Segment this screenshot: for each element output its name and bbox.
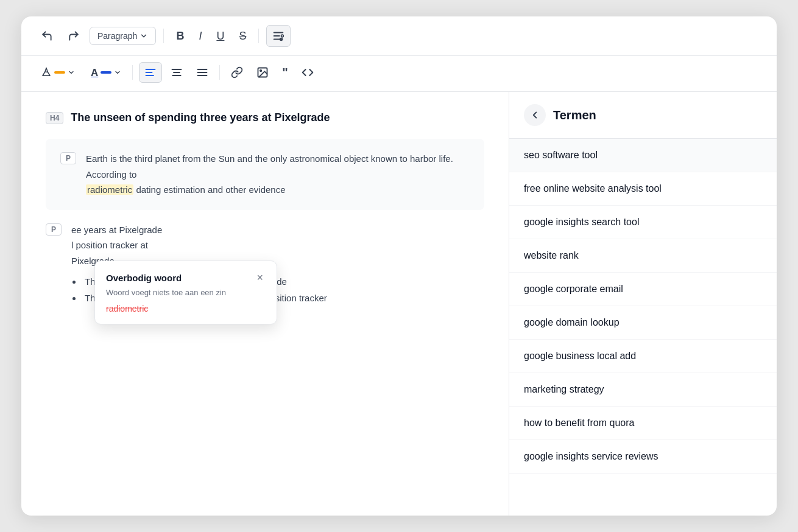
term-item[interactable]: google insights service reviews xyxy=(509,440,777,474)
svg-point-3 xyxy=(281,35,284,37)
editor-heading: The unseen of spending three years at Pi… xyxy=(71,111,330,124)
bold-button[interactable]: B xyxy=(171,27,189,45)
formatting-button[interactable] xyxy=(266,25,291,47)
align-left-button[interactable] xyxy=(139,62,162,83)
tooltip-header: Overbodig woord × xyxy=(106,271,266,284)
list-item-0-text: ee years at Pixelgrade xyxy=(71,225,162,235)
text-color-icon: A xyxy=(91,68,98,78)
strikethrough-button[interactable]: S xyxy=(234,27,251,45)
tooltip-title: Overbodig woord xyxy=(106,273,182,283)
highlight-color-button[interactable] xyxy=(36,63,80,82)
term-item[interactable]: google domain lookup xyxy=(509,306,777,340)
toolbar-row-1: Paragraph B I U S xyxy=(21,16,777,56)
align-justify-button[interactable] xyxy=(191,63,213,82)
paragraph-text-after: dating estimation and other evidence xyxy=(136,184,285,195)
code-button[interactable] xyxy=(297,63,319,82)
panel-title: Termen xyxy=(553,108,596,122)
term-item[interactable]: how to benefit from quora xyxy=(509,407,777,440)
tooltip-close-button[interactable]: × xyxy=(254,271,266,284)
paragraph-label: Paragraph xyxy=(97,31,137,41)
divider-4 xyxy=(219,65,220,80)
highlighted-word: radiometric xyxy=(86,184,133,195)
block-tag-p: P xyxy=(60,152,76,164)
panel-header: Termen xyxy=(509,92,777,139)
redo-button[interactable] xyxy=(63,26,85,46)
main-area: H4 The unseen of spending three years at… xyxy=(21,92,777,516)
terms-list: seo software toolfree online website ana… xyxy=(509,139,777,516)
text-color-button[interactable]: A xyxy=(86,64,126,82)
term-item[interactable]: google business local add xyxy=(509,340,777,373)
highlight-swatch xyxy=(54,71,65,74)
divider-2 xyxy=(258,29,259,43)
quote-button[interactable]: " xyxy=(277,63,292,82)
app-container: Paragraph B I U S A xyxy=(21,16,777,516)
paragraph-dropdown[interactable]: Paragraph xyxy=(90,27,156,45)
tooltip-description: Woord voegt niets toe aan een zin xyxy=(106,288,266,297)
strikethrough-word: radiometric xyxy=(106,304,148,313)
block-row-1: P Earth is the third planet from the Sun… xyxy=(60,151,470,198)
block-tag-p2: P xyxy=(46,223,62,236)
term-item[interactable]: google corporate email xyxy=(509,273,777,306)
tooltip-popup: Overbodig woord × Woord voegt niets toe … xyxy=(94,261,277,324)
editor-paragraph: Earth is the third planet from the Sun a… xyxy=(86,151,470,198)
divider-3 xyxy=(132,65,133,80)
term-item[interactable]: website rank xyxy=(509,239,777,273)
heading-tag: H4 xyxy=(46,112,63,124)
paragraph-text-before: Earth is the third planet from the Sun a… xyxy=(86,153,453,180)
term-item[interactable]: seo software tool xyxy=(509,139,777,172)
align-center-button[interactable] xyxy=(166,63,188,82)
toolbar-row-2: A " xyxy=(21,56,777,92)
term-item[interactable]: free online website analysis tool xyxy=(509,172,777,206)
panel-back-button[interactable] xyxy=(524,104,546,126)
list-item-1-text: l position tracker at xyxy=(71,240,148,250)
tooltip-word-suggestion: radiometric xyxy=(106,303,266,314)
svg-point-15 xyxy=(260,70,262,72)
link-button[interactable] xyxy=(226,63,248,82)
term-item[interactable]: google insights search tool xyxy=(509,206,777,239)
paragraph-block: P Earth is the third planet from the Sun… xyxy=(46,139,484,210)
italic-button[interactable]: I xyxy=(194,27,207,45)
term-item[interactable]: marketing strategy xyxy=(509,373,777,407)
divider-1 xyxy=(163,29,164,43)
underline-button[interactable]: U xyxy=(211,27,229,45)
editor-area: H4 The unseen of spending three years at… xyxy=(21,92,509,516)
text-color-swatch xyxy=(101,71,111,74)
heading-row: H4 The unseen of spending three years at… xyxy=(46,111,484,124)
undo-button[interactable] xyxy=(36,26,58,46)
image-button[interactable] xyxy=(252,63,274,82)
right-panel: Termen seo software toolfree online webs… xyxy=(509,92,777,516)
